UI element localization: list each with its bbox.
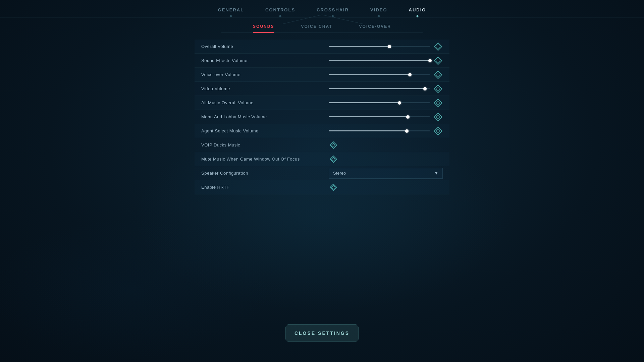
tab-controls[interactable]: CONTROLS bbox=[255, 4, 306, 17]
video-volume-slider[interactable] bbox=[329, 85, 430, 92]
settings-panel: Overall Volume Sound Effects Volume bbox=[195, 40, 449, 194]
mute-music-toggle[interactable] bbox=[329, 155, 338, 164]
setting-mute-music: Mute Music When Game Window Out Of Focus bbox=[195, 152, 449, 166]
sub-tab-voice-chat[interactable]: VOICE CHAT bbox=[301, 23, 332, 30]
video-volume-control bbox=[329, 84, 443, 94]
setting-speaker-config: Speaker Configuration Stereo ▼ bbox=[195, 166, 449, 180]
video-volume-label: Video Volume bbox=[201, 86, 329, 91]
overall-volume-control bbox=[329, 42, 443, 51]
hrtf-label: Enable HRTF bbox=[201, 185, 329, 190]
overall-volume-reset[interactable] bbox=[433, 42, 443, 51]
music-overall-control bbox=[329, 98, 443, 108]
voiceover-volume-label: Voice-over Volume bbox=[201, 72, 329, 77]
setting-lobby-music: Menu And Lobby Music Volume bbox=[195, 110, 449, 124]
sfx-volume-control bbox=[329, 56, 443, 65]
music-overall-slider[interactable] bbox=[329, 100, 430, 106]
mute-music-label: Mute Music When Game Window Out Of Focus bbox=[201, 157, 329, 162]
svg-rect-8 bbox=[331, 185, 335, 189]
music-overall-reset[interactable] bbox=[433, 98, 443, 108]
speaker-config-control: Stereo ▼ bbox=[329, 168, 443, 179]
tab-crosshair[interactable]: CROSSHAIR bbox=[306, 4, 360, 17]
lobby-music-control bbox=[329, 112, 443, 122]
lobby-music-slider[interactable] bbox=[329, 114, 430, 120]
agent-music-label: Agent Select Music Volume bbox=[201, 128, 329, 133]
setting-overall-volume: Overall Volume bbox=[195, 40, 449, 54]
sub-tab-voice-over[interactable]: VOICE-OVER bbox=[359, 23, 391, 30]
voip-ducks-label: VOIP Ducks Music bbox=[201, 142, 329, 147]
tab-general[interactable]: GENERAL bbox=[207, 4, 255, 17]
svg-rect-7 bbox=[330, 184, 337, 191]
setting-voip-ducks: VOIP Ducks Music bbox=[195, 138, 449, 152]
setting-video-volume: Video Volume bbox=[195, 82, 449, 96]
voip-ducks-toggle[interactable] bbox=[329, 140, 338, 150]
svg-rect-5 bbox=[330, 156, 337, 163]
sub-tab-sounds[interactable]: SOUNDS bbox=[253, 23, 274, 30]
sfx-volume-reset[interactable] bbox=[433, 56, 443, 65]
speaker-config-value: Stereo bbox=[333, 171, 346, 176]
speaker-config-label: Speaker Configuration bbox=[201, 171, 329, 176]
overall-volume-label: Overall Volume bbox=[201, 44, 329, 49]
dropdown-arrow-icon: ▼ bbox=[434, 171, 438, 176]
hrtf-control bbox=[329, 183, 443, 192]
agent-music-control bbox=[329, 126, 443, 136]
close-settings-button[interactable]: CLOSE SETTINGS bbox=[285, 324, 359, 342]
video-volume-reset[interactable] bbox=[433, 84, 443, 94]
hrtf-toggle[interactable] bbox=[329, 183, 338, 192]
agent-music-reset[interactable] bbox=[433, 126, 443, 136]
tab-audio[interactable]: AUDIO bbox=[398, 4, 437, 17]
voiceover-volume-slider[interactable] bbox=[329, 71, 430, 78]
setting-sfx-volume: Sound Effects Volume bbox=[195, 54, 449, 68]
sfx-volume-label: Sound Effects Volume bbox=[201, 58, 329, 63]
setting-agent-music: Agent Select Music Volume bbox=[195, 124, 449, 138]
lobby-music-reset[interactable] bbox=[433, 112, 443, 122]
sub-navigation: SOUNDS VOICE CHAT VOICE-OVER bbox=[0, 17, 644, 33]
music-overall-label: All Music Overall Volume bbox=[201, 100, 329, 105]
overall-volume-slider[interactable] bbox=[329, 43, 430, 50]
svg-rect-3 bbox=[330, 142, 337, 148]
voiceover-volume-reset[interactable] bbox=[433, 70, 443, 79]
voiceover-volume-control bbox=[329, 70, 443, 79]
lobby-music-label: Menu And Lobby Music Volume bbox=[201, 114, 329, 119]
setting-voiceover-volume: Voice-over Volume bbox=[195, 68, 449, 82]
svg-rect-6 bbox=[331, 157, 335, 161]
svg-rect-4 bbox=[331, 143, 335, 147]
top-navigation: GENERAL CONTROLS CROSSHAIR VIDEO AUDIO bbox=[0, 0, 644, 17]
mute-music-control bbox=[329, 155, 443, 164]
setting-music-overall: All Music Overall Volume bbox=[195, 96, 449, 110]
agent-music-slider[interactable] bbox=[329, 128, 430, 134]
tab-video[interactable]: VIDEO bbox=[360, 4, 398, 17]
sfx-volume-slider[interactable] bbox=[329, 57, 430, 64]
setting-enable-hrtf: Enable HRTF bbox=[195, 180, 449, 194]
voip-ducks-control bbox=[329, 140, 443, 150]
speaker-config-dropdown[interactable]: Stereo ▼ bbox=[329, 168, 443, 179]
